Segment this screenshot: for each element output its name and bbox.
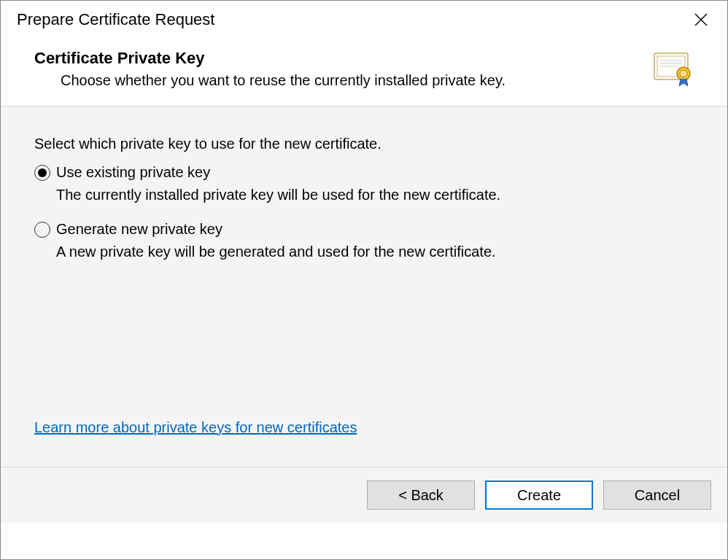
back-button[interactable]: < Back	[367, 481, 475, 510]
radio-option-existing: Use existing private key The currently i…	[34, 164, 694, 203]
cancel-button[interactable]: Cancel	[603, 481, 711, 510]
radio-generate-label: Generate new private key	[56, 221, 222, 238]
page-title: Certificate Private Key	[34, 49, 638, 68]
close-icon	[694, 12, 708, 27]
radio-option-generate: Generate new private key A new private k…	[34, 221, 694, 260]
header-text: Certificate Private Key Choose whether y…	[34, 49, 638, 89]
titlebar: Prepare Certificate Request	[1, 1, 727, 37]
radio-icon	[34, 165, 50, 181]
close-button[interactable]	[691, 9, 711, 30]
radio-generate-key[interactable]: Generate new private key	[34, 221, 694, 238]
certificate-icon	[653, 52, 694, 90]
svg-point-8	[680, 70, 687, 77]
content-area: Select which private key to use for the …	[1, 106, 727, 467]
radio-icon	[34, 222, 50, 238]
window-title: Prepare Certificate Request	[17, 10, 214, 29]
page-subtitle: Choose whether you want to reuse the cur…	[61, 72, 638, 89]
instruction-text: Select which private key to use for the …	[34, 136, 694, 152]
footer: < Back Create Cancel	[1, 467, 727, 523]
radio-existing-key[interactable]: Use existing private key	[34, 164, 694, 181]
help-link[interactable]: Learn more about private keys for new ce…	[34, 419, 357, 436]
radio-selected-icon	[38, 168, 47, 177]
radio-generate-description: A new private key will be generated and …	[56, 244, 694, 260]
radio-existing-label: Use existing private key	[56, 164, 210, 181]
radio-existing-description: The currently installed private key will…	[56, 187, 694, 203]
create-button[interactable]: Create	[485, 481, 593, 510]
header: Certificate Private Key Choose whether y…	[1, 37, 727, 106]
